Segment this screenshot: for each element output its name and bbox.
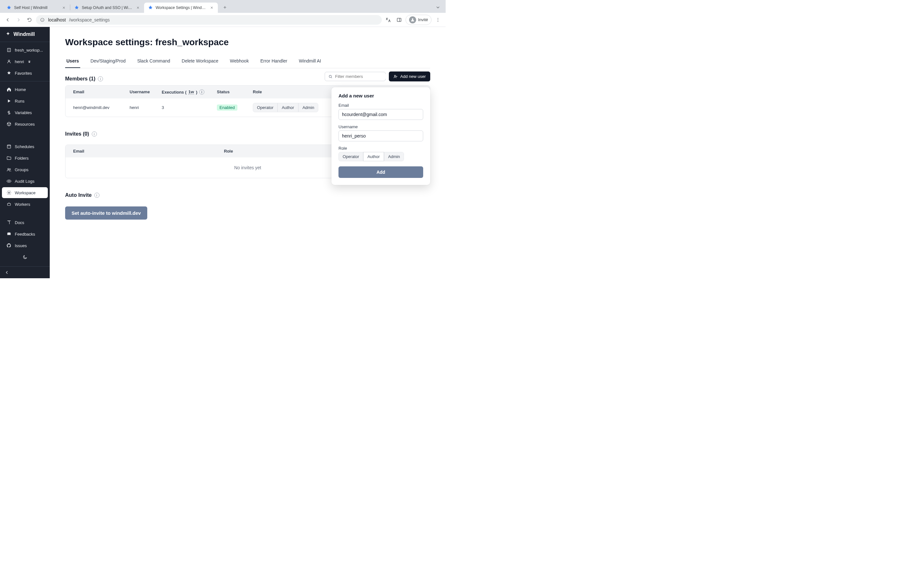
book-icon [6, 220, 11, 225]
tab-users[interactable]: Users [65, 55, 80, 68]
sidebar-item-folders[interactable]: Folders [2, 153, 48, 163]
user-icon [6, 59, 11, 64]
sidebar-item-label: Workspace [15, 190, 36, 195]
col-header-status: Status [217, 89, 253, 95]
browser-tab[interactable]: Setup OAuth and SSO | Windm [70, 3, 144, 13]
search-icon [328, 74, 333, 79]
username-input[interactable] [338, 131, 423, 141]
tab-dev-staging-prod[interactable]: Dev/Staging/Prod [89, 55, 127, 68]
sidebar-item-home[interactable]: Home [2, 84, 48, 95]
side-panel-button[interactable] [395, 15, 404, 24]
main-content: Workspace settings: fresh_workspace User… [50, 27, 446, 278]
role-option-operator[interactable]: Operator [338, 152, 363, 161]
users-icon [6, 167, 11, 172]
cell-executions: 3 [162, 105, 217, 110]
role-option-operator[interactable]: Operator [253, 103, 278, 112]
add-new-user-button[interactable]: Add new user [389, 71, 431, 81]
tab-error-handler[interactable]: Error Handler [259, 55, 288, 68]
github-icon [6, 243, 11, 248]
profile-label: Invité [418, 17, 428, 22]
reload-button[interactable] [25, 15, 34, 24]
site-info-icon[interactable] [40, 17, 45, 23]
email-input[interactable] [338, 109, 423, 120]
sidebar-item-schedules[interactable]: Schedules [2, 141, 48, 152]
tab-webhook[interactable]: Webhook [229, 55, 250, 68]
svg-point-7 [8, 60, 10, 61]
close-icon[interactable] [210, 5, 214, 10]
chrome-menu-button[interactable] [433, 15, 443, 24]
sidebar-item-label: Home [15, 87, 26, 92]
set-auto-invite-button[interactable]: Set auto-invite to windmill.dev [65, 206, 147, 219]
filter-members-input[interactable] [325, 72, 386, 81]
add-submit-button[interactable]: Add [338, 166, 423, 178]
collapse-sidebar-button[interactable] [0, 266, 50, 278]
col-header-executions: Executions (1w) i [162, 89, 217, 95]
sidebar-item-variables[interactable]: Variables [2, 107, 48, 118]
tab-windmill-ai[interactable]: Windmill AI [297, 55, 322, 68]
sidebar-item-feedbacks[interactable]: Feedbacks [2, 229, 48, 239]
sidebar-item-groups[interactable]: Groups [2, 164, 48, 175]
popover-role-toggle-group: Operator Author Admin [338, 152, 404, 161]
tab-slack-command[interactable]: Slack Command [136, 55, 172, 68]
sidebar-item-label: Workers [15, 202, 30, 207]
sidebar-item-runs[interactable]: Runs [2, 95, 48, 106]
moon-icon [23, 255, 27, 259]
cell-email: henri@windmill.dev [73, 105, 129, 110]
workspace-name: fresh_worksp... [15, 48, 43, 53]
windmill-logo-icon [5, 31, 11, 37]
back-button[interactable] [3, 15, 12, 24]
col-header-email: Email [73, 149, 224, 153]
browser-tab-active[interactable]: Workspace Settings | Windmill [144, 3, 218, 13]
browser-tab-title: Setup OAuth and SSO | Windm [82, 5, 133, 10]
settings-tabs: Users Dev/Staging/Prod Slack Command Del… [65, 55, 430, 68]
close-icon[interactable] [136, 5, 140, 10]
sidebar-item-label: Schedules [15, 144, 34, 149]
tabs-dropdown-button[interactable] [433, 3, 443, 11]
sidebar-item-audit[interactable]: Audit Logs [2, 176, 48, 187]
sidebar-item-docs[interactable]: Docs [2, 217, 48, 228]
sidebar-item-label: Feedbacks [15, 232, 35, 237]
sidebar-favorites[interactable]: Favorites [2, 68, 48, 79]
role-option-admin[interactable]: Admin [384, 152, 404, 161]
info-icon[interactable]: i [199, 89, 204, 95]
invites-title: Invites (0) [65, 131, 89, 137]
sidebar-item-label: Favorites [15, 71, 32, 76]
url-input[interactable]: localhost/workspace_settings [36, 15, 382, 25]
brand-logo[interactable]: Windmill [0, 27, 50, 42]
sidebar-item-workers[interactable]: Workers [2, 199, 48, 210]
play-icon [6, 98, 11, 103]
browser-tab[interactable]: Self Host | Windmill [3, 3, 70, 13]
new-tab-button[interactable] [220, 3, 229, 12]
role-option-author[interactable]: Author [278, 103, 298, 112]
info-icon[interactable]: i [92, 131, 97, 137]
crown-icon: ♛ [28, 60, 31, 63]
theme-toggle[interactable] [2, 251, 48, 263]
filter-members-field[interactable] [335, 74, 389, 79]
email-label: Email [338, 103, 423, 108]
auto-invite-section-header: Auto Invite i [65, 192, 430, 198]
svg-point-15 [394, 75, 396, 76]
role-option-admin[interactable]: Admin [298, 103, 318, 112]
translate-button[interactable] [384, 15, 393, 24]
windmill-favicon-icon [74, 5, 79, 10]
close-icon[interactable] [61, 5, 66, 10]
sidebar-item-workspace[interactable]: Workspace [2, 187, 48, 198]
sidebar-item-label: Variables [15, 110, 32, 115]
role-option-author[interactable]: Author [363, 152, 384, 161]
tab-delete-workspace[interactable]: Delete Workspace [180, 55, 220, 68]
page-title: Workspace settings: fresh_workspace [65, 37, 430, 47]
sidebar-item-label: Groups [15, 167, 29, 172]
forward-button[interactable] [14, 15, 23, 24]
info-icon[interactable]: i [94, 193, 99, 198]
cell-username: henri [129, 105, 162, 110]
profile-button[interactable]: Invité [405, 15, 431, 25]
executions-window[interactable]: 1w [188, 89, 194, 95]
app-root: Windmill fresh_worksp... henri ♛ [0, 27, 446, 278]
sidebar-item-label: Issues [15, 243, 27, 248]
user-name: henri [15, 59, 24, 64]
members-toolbar: Add new user [65, 71, 430, 81]
sidebar-item-issues[interactable]: Issues [2, 240, 48, 251]
user-menu[interactable]: henri ♛ [2, 56, 48, 67]
workspace-selector[interactable]: fresh_worksp... [2, 45, 48, 55]
sidebar-item-resources[interactable]: Resources [2, 119, 48, 129]
